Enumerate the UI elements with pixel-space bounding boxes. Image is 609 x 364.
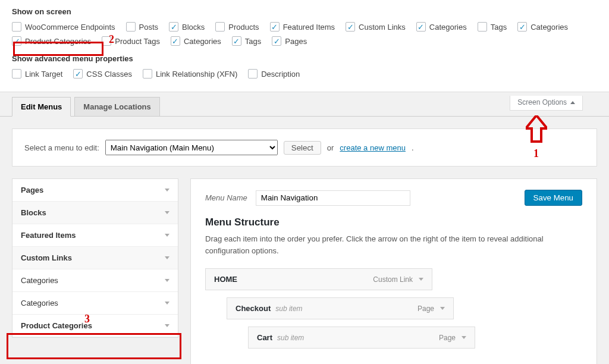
checkbox-box-icon bbox=[171, 36, 180, 46]
menu-item-type: Custom Link bbox=[373, 275, 413, 284]
menu-item[interactable]: Cartsub itemPage bbox=[248, 327, 475, 349]
menu-item[interactable]: Checkoutsub itemPage bbox=[227, 297, 454, 319]
checkbox-link-relationship-xfn-[interactable]: Link Relationship (XFN) bbox=[143, 69, 237, 79]
checkbox-product-tags[interactable]: Product Tags bbox=[102, 36, 160, 46]
menu-item-title: HOME bbox=[214, 275, 237, 284]
menu-items-list: HOMECustom LinkCheckoutsub itemPageCarts… bbox=[205, 268, 582, 349]
menu-item[interactable]: HOMECustom Link bbox=[205, 268, 432, 290]
caret-up-icon bbox=[570, 101, 575, 104]
create-new-menu-link[interactable]: create a new menu bbox=[340, 143, 406, 152]
accordion-item-featured-items[interactable]: Featured Items bbox=[12, 224, 178, 247]
select-menu-button[interactable]: Select bbox=[284, 141, 321, 155]
menu-item-subitem-label: sub item bbox=[275, 305, 302, 313]
checkbox-box-icon bbox=[272, 36, 281, 46]
checkbox-label: Link Relationship (XFN) bbox=[156, 70, 237, 79]
checkbox-box-icon bbox=[12, 69, 21, 79]
checkbox-categories[interactable]: Categories bbox=[517, 22, 568, 32]
accordion-item-blocks[interactable]: Blocks bbox=[12, 202, 178, 224]
checkbox-label: Link Target bbox=[25, 70, 62, 79]
caret-down-icon bbox=[165, 234, 169, 237]
caret-down-icon[interactable] bbox=[419, 278, 423, 281]
checkbox-label: Categories bbox=[530, 23, 568, 32]
page-body: Edit Menus Manage Locations Screen Optio… bbox=[0, 92, 609, 364]
screen-options-row-2: Product CategoriesProduct TagsCategories… bbox=[12, 36, 597, 46]
accordion-item-categories[interactable]: Categories bbox=[12, 269, 178, 292]
caret-down-icon bbox=[165, 302, 169, 305]
show-on-screen-heading: Show on screen bbox=[12, 7, 597, 16]
checkbox-label: Tags bbox=[491, 23, 507, 32]
checkbox-label: Products bbox=[228, 23, 259, 32]
checkbox-box-icon bbox=[12, 36, 21, 46]
checkbox-box-icon bbox=[248, 69, 258, 79]
tab-edit-menus[interactable]: Edit Menus bbox=[12, 97, 71, 117]
checkbox-description[interactable]: Description bbox=[248, 69, 300, 79]
select-menu-or: or bbox=[327, 143, 334, 152]
checkbox-label: Tags bbox=[245, 37, 261, 46]
checkbox-label: Product Tags bbox=[115, 37, 160, 46]
checkbox-box-icon bbox=[478, 22, 487, 32]
caret-down-icon bbox=[165, 256, 169, 259]
checkbox-label: Custom Links bbox=[359, 23, 406, 32]
checkbox-categories[interactable]: Categories bbox=[416, 22, 467, 32]
checkbox-box-icon bbox=[517, 22, 527, 32]
checkbox-categories[interactable]: Categories bbox=[171, 36, 221, 46]
caret-down-icon bbox=[165, 324, 169, 327]
menu-item-subitem-label: sub item bbox=[277, 334, 304, 342]
checkbox-box-icon bbox=[270, 22, 280, 32]
checkbox-woocommerce-endpoints[interactable]: WooCommerce Endpoints bbox=[12, 22, 115, 32]
menu-structure-heading: Menu Structure bbox=[205, 216, 582, 228]
menu-item-title: Checkout bbox=[236, 304, 271, 313]
accordion-item-label: Pages bbox=[21, 186, 43, 194]
select-menu-row: Select a menu to edit: Main Navigation (… bbox=[12, 128, 597, 167]
caret-down-icon[interactable] bbox=[462, 336, 466, 339]
checkbox-tags[interactable]: Tags bbox=[232, 36, 261, 46]
checkbox-label: Categories bbox=[184, 37, 221, 46]
screen-options-toggle-label: Screen Options bbox=[517, 98, 567, 106]
checkbox-product-categories[interactable]: Product Categories bbox=[12, 36, 91, 46]
screen-options-toggle[interactable]: Screen Options bbox=[510, 96, 583, 111]
accordion-item-custom-links[interactable]: Custom Links bbox=[12, 247, 178, 269]
tab-manage-locations[interactable]: Manage Locations bbox=[74, 97, 159, 116]
checkbox-link-target[interactable]: Link Target bbox=[12, 69, 62, 79]
checkbox-tags[interactable]: Tags bbox=[478, 22, 507, 32]
menu-item-type: Page bbox=[417, 305, 434, 313]
checkbox-box-icon bbox=[169, 22, 178, 32]
accordion-item-label: Featured Items bbox=[21, 231, 76, 240]
checkbox-label: Categories bbox=[429, 23, 467, 32]
show-adv-heading: Show advanced menu properties bbox=[12, 54, 597, 63]
caret-down-icon[interactable] bbox=[440, 307, 445, 310]
save-menu-button[interactable]: Save Menu bbox=[525, 190, 582, 206]
accordion-item-label: Custom Links bbox=[21, 253, 72, 262]
checkbox-label: Blocks bbox=[182, 23, 205, 32]
checkbox-label: Description bbox=[261, 70, 300, 79]
period: . bbox=[412, 143, 414, 152]
checkbox-label: Featured Items bbox=[283, 23, 335, 32]
menu-tabs: Edit Menus Manage Locations Screen Optio… bbox=[0, 97, 609, 117]
accordion-item-pages[interactable]: Pages bbox=[12, 179, 178, 202]
accordion-item-categories[interactable]: Categories bbox=[12, 292, 178, 315]
screen-options-row-1: WooCommerce EndpointsPostsBlocksProducts… bbox=[12, 22, 597, 32]
menu-item-title: Cart bbox=[257, 333, 272, 342]
checkbox-blocks[interactable]: Blocks bbox=[169, 22, 205, 32]
menu-select-dropdown[interactable]: Main Navigation (Main Menu) bbox=[105, 140, 278, 155]
checkbox-box-icon bbox=[73, 69, 83, 79]
checkbox-products[interactable]: Products bbox=[215, 22, 259, 32]
accordion-item-product-categories[interactable]: Product Categories bbox=[12, 315, 178, 337]
menu-name-input[interactable] bbox=[256, 190, 410, 206]
checkbox-box-icon bbox=[12, 22, 21, 32]
checkbox-css-classes[interactable]: CSS Classes bbox=[73, 69, 132, 79]
checkbox-label: Product Categories bbox=[25, 37, 91, 46]
checkbox-posts[interactable]: Posts bbox=[126, 22, 159, 32]
checkbox-pages[interactable]: Pages bbox=[272, 36, 307, 46]
accordion-item-label: Blocks bbox=[21, 208, 46, 217]
screen-options-panel: Show on screen WooCommerce EndpointsPost… bbox=[0, 0, 609, 92]
checkbox-featured-items[interactable]: Featured Items bbox=[270, 22, 335, 32]
caret-down-icon bbox=[165, 189, 169, 192]
accordion-item-label: Categories bbox=[21, 299, 58, 307]
select-menu-prompt: Select a menu to edit: bbox=[24, 143, 99, 152]
checkbox-custom-links[interactable]: Custom Links bbox=[346, 22, 406, 32]
accordion-item-label: Product Categories bbox=[21, 321, 92, 330]
checkbox-label: Pages bbox=[285, 37, 307, 46]
checkbox-label: CSS Classes bbox=[86, 70, 132, 79]
checkbox-box-icon bbox=[215, 22, 225, 32]
